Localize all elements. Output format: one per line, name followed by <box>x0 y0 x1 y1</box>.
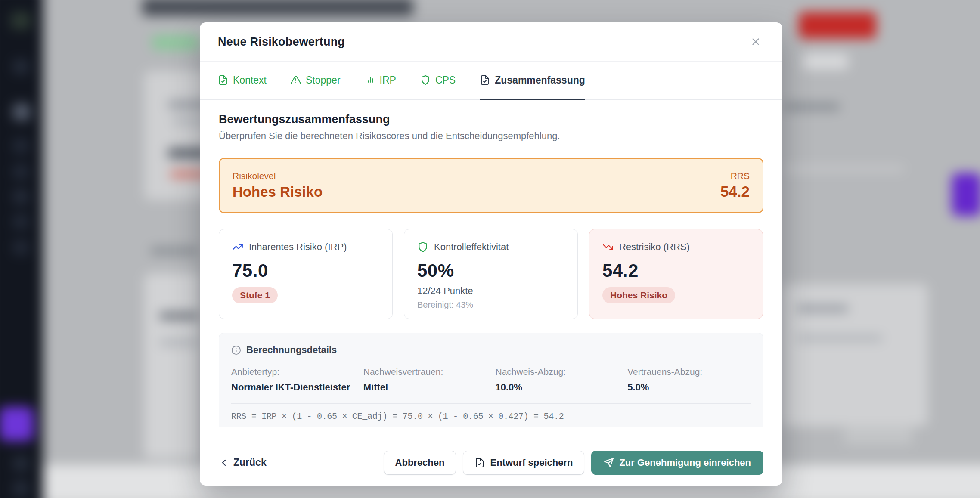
shield-icon <box>420 75 431 85</box>
tab-label: Kontext <box>233 74 267 86</box>
risk-badge: Hohes Risiko <box>602 287 675 303</box>
back-label: Zurück <box>233 457 267 468</box>
tab-kontext[interactable]: Kontext <box>218 62 267 100</box>
background-page-title <box>142 0 413 16</box>
tier-badge: Stufe 1 <box>232 287 278 303</box>
tab-zusammenfassung[interactable]: Zusammenfassung <box>480 62 585 100</box>
card-value: 50% <box>417 260 564 281</box>
shield-icon <box>417 241 428 253</box>
points-text: 12/24 Punkte <box>417 285 564 297</box>
sidebar-logo <box>11 12 31 29</box>
card-label: Restrisiko (RRS) <box>619 241 690 253</box>
summary-step-content: Bewertungszusammenfassung Überprüfen Sie… <box>200 100 782 439</box>
card-label: Kontrolleffektivität <box>434 241 509 253</box>
modal-title: Neue Risikobewertung <box>218 35 345 49</box>
background-card <box>144 273 200 458</box>
chevron-left-icon <box>219 458 229 468</box>
close-button[interactable] <box>747 33 764 50</box>
adjusted-text: Bereinigt: 43% <box>417 300 564 310</box>
card-control-effectiveness: Kontrolleffektivität 50% 12/24 Punkte Be… <box>404 229 578 319</box>
save-draft-button[interactable]: Entwurf speichern <box>463 451 584 475</box>
modal-footer: Zurück Abbrechen Entwurf speichern Zur G… <box>200 439 782 486</box>
info-icon <box>231 345 241 355</box>
card-inherent-risk: Inhärentes Risiko (IRP) 75.0 Stufe 1 <box>219 229 393 319</box>
trending-down-icon <box>602 241 614 253</box>
send-icon <box>604 458 614 468</box>
sidebar-active-item <box>0 407 34 441</box>
cancel-button[interactable]: Abbrechen <box>384 451 456 475</box>
background-card <box>144 71 209 200</box>
card-label: Inhärentes Risiko (IRP) <box>249 241 347 253</box>
card-value: 54.2 <box>602 260 750 281</box>
calc-title: Berechnungsdetails <box>246 344 337 356</box>
back-button[interactable]: Zurück <box>219 457 267 468</box>
risk-level-label: Risikolevel <box>233 171 323 181</box>
tab-label: Zusammenfassung <box>495 74 585 86</box>
calc-field: Nachweisvertrauen: Mittel <box>363 367 487 393</box>
background-danger-button <box>799 12 876 39</box>
wizard-tabs: Kontext Stopper IRP CPS Zusammenfassung <box>200 62 782 100</box>
calc-field: Vertrauens-Abzug: 5.0% <box>627 367 751 393</box>
tab-cps[interactable]: CPS <box>420 62 456 100</box>
rrs-formula: RRS = IRP × (1 - 0.65 × CE_adj) = 75.0 ×… <box>231 411 751 421</box>
trending-up-icon <box>232 241 243 253</box>
calculation-details: Berechnungsdetails Anbietertyp: Normaler… <box>219 333 763 427</box>
risk-assessment-modal: Neue Risikobewertung Kontext Stopper IRP… <box>200 22 782 486</box>
card-value: 75.0 <box>232 260 379 281</box>
bar-chart-icon <box>365 75 375 85</box>
background-chat-widget <box>952 173 980 216</box>
risk-level-banner: Risikolevel Hohes Risiko RRS 54.2 <box>219 158 763 213</box>
rrs-label: RRS <box>720 171 750 181</box>
alert-triangle-icon <box>291 75 301 85</box>
modal-header: Neue Risikobewertung <box>200 22 782 62</box>
risk-level-value: Hohes Risiko <box>233 184 323 200</box>
tab-label: CPS <box>435 74 456 86</box>
card-residual-risk: Restrisiko (RRS) 54.2 Hohes Risiko <box>589 229 763 319</box>
file-check-icon <box>480 75 490 85</box>
calc-field: Nachweis-Abzug: 10.0% <box>496 367 619 393</box>
tab-label: Stopper <box>306 74 341 86</box>
summary-heading: Bewertungszusammenfassung <box>219 113 763 126</box>
sidebar <box>0 0 43 498</box>
submit-approval-button[interactable]: Zur Genehmigung einreichen <box>591 451 763 475</box>
file-check-icon <box>474 458 485 468</box>
file-check-icon <box>218 75 228 85</box>
tab-irp[interactable]: IRP <box>365 62 396 100</box>
summary-subheading: Überprüfen Sie die berechneten Risikosco… <box>219 130 763 142</box>
app-screen: Neue Risikobewertung Kontext Stopper IRP… <box>0 0 980 498</box>
rrs-score: 54.2 <box>720 183 750 200</box>
score-cards: Inhärentes Risiko (IRP) 75.0 Stufe 1 Kon… <box>219 229 763 319</box>
close-icon <box>750 36 761 47</box>
tab-label: IRP <box>380 74 396 86</box>
background-status-badge <box>151 35 200 50</box>
divider <box>231 403 751 404</box>
calc-field: Anbietertyp: Normaler IKT-Dienstleister <box>231 367 355 393</box>
tab-stopper[interactable]: Stopper <box>291 62 341 100</box>
